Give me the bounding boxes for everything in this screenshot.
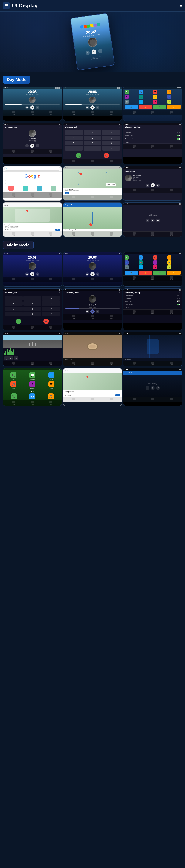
nav-auts-map[interactable]: AUTS [110, 196, 113, 200]
prev-1[interactable]: ⏮ [25, 106, 29, 109]
n-nav-arpe-2[interactable]: ARPE [91, 278, 94, 281]
n-nav-auts-b[interactable]: AUTS [110, 362, 113, 365]
player-controls-2[interactable]: ⏮ ⏸ ⏭ [63, 105, 122, 110]
nav-auts-2[interactable]: AUTS [110, 111, 113, 115]
dial-1[interactable]: 1 [65, 130, 83, 135]
n-app-8[interactable]: 📺 [167, 260, 171, 265]
nav-dial-soc[interactable]: DAIL [133, 189, 135, 193]
n-app-3[interactable]: 📞 [153, 255, 157, 259]
n-dial-5[interactable]: 5 [23, 301, 41, 306]
bt-play[interactable]: ⏸ [30, 144, 34, 148]
n2-app-safari[interactable]: 🌐 Safari [43, 372, 60, 380]
n2-app-maps[interactable]: 🗺 Maps [43, 381, 60, 389]
night-next-1[interactable]: ⏭ [36, 272, 39, 276]
hangup-btn[interactable]: 📵 [104, 153, 109, 158]
n-app-12[interactable]: 🖼 [167, 265, 171, 270]
night-controls-2[interactable]: ⏮ ⏸ ⏭ [63, 272, 122, 276]
app-messages[interactable]: 💬 [125, 90, 129, 94]
n-dock-4[interactable]: ⚡ [167, 271, 181, 275]
prev-btn[interactable]: ⏮ [85, 50, 90, 55]
n-nav-auts-1[interactable]: AUTS [50, 278, 52, 281]
app-spotify[interactable]: 🎵 [153, 95, 157, 99]
n-nav-auts-nd[interactable]: AUTS [170, 362, 173, 365]
n-dial-3[interactable]: 3 [42, 296, 60, 301]
n-app-11[interactable]: 🎙 [153, 265, 157, 270]
night-next-2[interactable]: ⏭ [96, 272, 100, 276]
dock-app-1[interactable]: 📺 [125, 105, 138, 109]
nav-dial-apps[interactable]: DAIL [133, 111, 135, 114]
nav-auts-soc[interactable]: AUTS [170, 189, 173, 193]
nav-dial-g[interactable]: DAIL [12, 193, 15, 197]
n-app-7[interactable]: 🎵 [153, 260, 157, 265]
nav-auts-call[interactable]: AUTS [110, 160, 113, 163]
app-camera[interactable]: 📷 [125, 99, 129, 104]
shortcut-2[interactable] [23, 186, 28, 191]
n2-app-phone[interactable]: 📞 Phone [5, 372, 22, 380]
dial-3[interactable]: 3 [102, 130, 120, 135]
n-dock-2[interactable]: 📻 [139, 271, 152, 275]
answer-btn[interactable]: 📞 [76, 153, 81, 158]
night-bt-music-back[interactable]: ✕ [118, 292, 120, 294]
n-app-4[interactable]: ⚙ [167, 255, 171, 259]
nav-dial-nav[interactable]: DAIL [72, 232, 75, 236]
n-nav-dial-nd[interactable]: DAIL [133, 362, 135, 365]
flower-chevron[interactable]: › [180, 141, 180, 143]
night-bt-controls[interactable]: ⏮ ⏸ ⏭ [63, 309, 122, 313]
night-answer-btn[interactable]: 📞 [16, 319, 21, 324]
nav-arpe-np[interactable]: ARPE [151, 232, 154, 236]
n-nav-dial-2[interactable]: DAIL [72, 278, 75, 281]
night-bt-settings-back[interactable]: ✕ [179, 292, 180, 294]
night-auto-answer-toggle[interactable] [177, 300, 180, 302]
next-1[interactable]: ⏭ [36, 106, 39, 109]
play-2[interactable]: ⏸ [90, 105, 95, 110]
nav-auts-g[interactable]: AUTS [50, 193, 52, 197]
app-waze[interactable]: 🚗 [139, 95, 143, 99]
next-2[interactable]: ⏭ [96, 106, 100, 109]
menu-icon[interactable] [3, 2, 10, 9]
n-nav-dial-cm[interactable]: DAIL [72, 398, 75, 402]
n-app-6[interactable]: 🚗 [139, 260, 143, 265]
coffee-go-btn[interactable]: GO [55, 228, 60, 230]
n-dial-4[interactable]: 4 [5, 301, 23, 306]
dock-app-2[interactable]: 📻 [139, 105, 152, 109]
night-bt-next[interactable]: ⏭ [96, 310, 100, 313]
dial-hash[interactable]: # [102, 146, 120, 151]
nav-arpe-soc[interactable]: ARPE [151, 189, 154, 193]
n-nav-arpe-btm[interactable]: ARPE [91, 315, 94, 319]
n-nav-dial-apps[interactable]: DAIL [133, 276, 135, 280]
night-prev-2[interactable]: ⏮ [85, 272, 89, 276]
n-nav-auts-nnp[interactable]: AUTS [170, 398, 173, 402]
night-bt-play[interactable]: ⏸ [90, 309, 95, 313]
nav-arpe-2[interactable]: ARPE [91, 111, 94, 115]
night-np-play[interactable]: ▶ [151, 386, 155, 390]
road-btn-2[interactable]: BASS [8, 356, 14, 360]
dial-star[interactable]: * [65, 146, 83, 151]
n-app-2[interactable]: 🎵 [139, 255, 143, 259]
n-dial-0[interactable]: 0 [23, 312, 41, 316]
dial-6[interactable]: 6 [102, 135, 120, 140]
n2-app-music[interactable]: 🎵 Music [5, 381, 22, 389]
n2-app-podcast[interactable]: 🎙 Podcast [24, 381, 41, 389]
dock-phone[interactable]: 📞 [11, 394, 17, 400]
player-controls-1[interactable]: ⏮ ⏸ ⏭ [3, 105, 61, 110]
n-nav-auts-s[interactable]: AUTS [170, 310, 173, 314]
n-nav-auts-call[interactable]: AUTS [50, 326, 52, 329]
n-nav-dial-s[interactable]: DAIL [133, 310, 135, 314]
app-bt[interactable]: 🔵 [167, 95, 171, 99]
bt-prev[interactable]: ⏮ [25, 144, 29, 148]
night-bt-prev[interactable]: ⏮ [85, 310, 89, 313]
n-app-10[interactable]: 🌐 [139, 265, 143, 270]
n-nav-auts-a2[interactable]: AUTS [50, 401, 52, 405]
social-play[interactable]: ▶ [151, 183, 155, 187]
google-url-bar[interactable]: 🔍 [6, 168, 7, 170]
nav-arpe-1[interactable]: ARPE [31, 111, 34, 115]
n-nav-auts-r[interactable]: AUTS [50, 362, 52, 365]
nav-dial-np[interactable]: DAIL [133, 232, 135, 236]
nav-auts-1[interactable]: AUTS [50, 111, 52, 115]
night-call-back[interactable]: ✕ [58, 292, 60, 294]
n-dial-1[interactable]: 1 [5, 296, 23, 301]
social-controls[interactable]: ⏮ ▶ ⏭ [124, 183, 182, 187]
bt-call-back[interactable]: ✕ [118, 126, 120, 128]
app-maps[interactable]: 🗺 [153, 90, 157, 94]
app-phone[interactable]: 📞 [139, 90, 143, 94]
